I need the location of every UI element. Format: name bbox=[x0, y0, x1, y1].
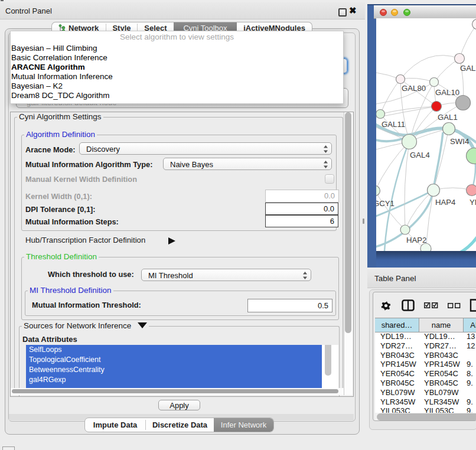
svg-text:GAL11: GAL11 bbox=[382, 120, 405, 129]
svg-text:SWI4: SWI4 bbox=[450, 137, 469, 146]
svg-text:HAP2: HAP2 bbox=[406, 236, 426, 244]
svg-text:GAL80: GAL80 bbox=[402, 84, 426, 93]
svg-text:GAL4: GAL4 bbox=[410, 151, 430, 159]
svg-text:GAL10: GAL10 bbox=[435, 88, 459, 97]
svg-text:GCY1: GCY1 bbox=[376, 199, 395, 208]
svg-text:YM: YM bbox=[470, 198, 476, 207]
svg-text:HAP4: HAP4 bbox=[435, 198, 455, 207]
svg-text:GAL7: GAL7 bbox=[460, 64, 476, 73]
svg-text:GAL1: GAL1 bbox=[438, 113, 458, 122]
